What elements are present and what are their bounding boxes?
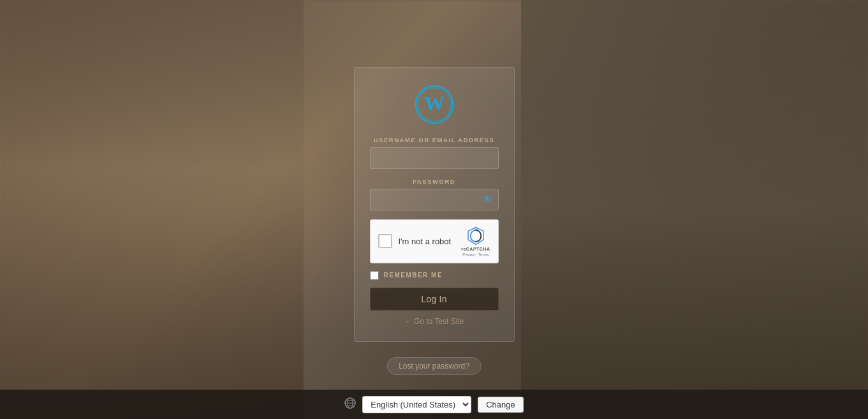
goto-site-link[interactable]: ← Go to Test Site: [404, 316, 464, 325]
username-label: USERNAME OR EMAIL ADDRESS: [370, 136, 499, 143]
wordpress-logo: W: [415, 85, 453, 123]
recaptcha-label: I'm not a robot: [399, 236, 452, 246]
password-wrapper: PASSWORD 👁: [370, 177, 499, 210]
lost-password-wrapper: Lost your password?: [386, 360, 482, 371]
recaptcha-left: I'm not a robot: [378, 234, 452, 248]
show-password-icon[interactable]: 👁: [482, 193, 492, 205]
change-language-button[interactable]: Change: [478, 397, 524, 413]
lost-password-link[interactable]: Lost your password?: [386, 357, 482, 375]
language-icon: [344, 397, 356, 411]
username-input[interactable]: [370, 147, 499, 168]
recaptcha-widget[interactable]: I'm not a robot reCAPTCHA Privacy - Term…: [370, 219, 499, 263]
language-bar: English (United States) Change: [0, 390, 868, 419]
remember-me-row: REMEMBER ME: [370, 270, 499, 279]
login-card: W USERNAME OR EMAIL ADDRESS PASSWORD 👁 I…: [354, 66, 515, 341]
remember-me-checkbox[interactable]: [370, 270, 379, 279]
recaptcha-links: Privacy - Terms: [462, 252, 489, 256]
recaptcha-right: reCAPTCHA Privacy - Terms: [461, 226, 490, 256]
recaptcha-logo-icon: [466, 226, 485, 245]
language-select[interactable]: English (United States): [362, 396, 471, 413]
password-label: PASSWORD: [370, 177, 499, 184]
login-button[interactable]: Log In: [370, 287, 499, 310]
password-input[interactable]: [370, 188, 499, 210]
recaptcha-checkbox[interactable]: [378, 234, 392, 248]
svg-text:W: W: [424, 91, 445, 114]
recaptcha-brand: reCAPTCHA: [461, 246, 490, 251]
remember-me-label: REMEMBER ME: [384, 272, 443, 279]
